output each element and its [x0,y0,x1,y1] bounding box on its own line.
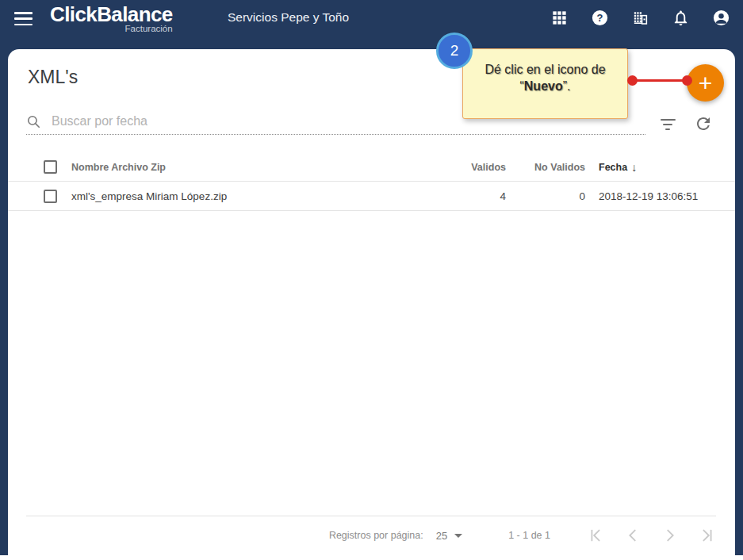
pagination-bar: Registros por página: 25 1 - 1 de 1 [329,520,716,551]
connector-dot-right [682,75,692,86]
column-header-validos[interactable]: Validos [435,162,506,173]
last-page-icon[interactable] [699,527,716,544]
plus-icon: + [699,71,713,95]
tooltip-text-line1: Dé clic en el icono de [484,63,605,76]
tutorial-step-badge: 2 [436,33,473,69]
column-header-nombre[interactable]: Nombre Archivo Zip [58,162,435,173]
caret-down-icon [454,534,462,538]
company-building-icon[interactable] [631,9,649,27]
help-icon[interactable]: ? [591,9,609,27]
pagination-nav [587,527,716,544]
row-no-validos-count: 0 [506,190,585,202]
select-all-checkbox[interactable] [44,160,57,174]
new-button[interactable]: + [687,64,724,102]
notifications-bell-icon[interactable] [672,9,690,27]
table-header-row: Nombre Archivo Zip Validos No Validos Fe… [8,153,735,182]
tooltip-bold-word: Nuevo [524,79,563,93]
per-page-label: Registros por página: [329,530,423,541]
connector-dot-left [627,75,638,86]
topbar-icon-group: ? [550,9,730,27]
app-logo: ClickBalance Facturación [50,4,173,33]
table-row[interactable]: xml's_empresa Miriam López.zip 4 0 2018-… [8,182,735,211]
row-validos-count: 4 [435,190,506,202]
first-page-icon[interactable] [587,527,604,544]
logo-title: ClickBalance [50,4,173,25]
content-card: XML's Nombre Archivo Zip Validos No Vali… [8,49,735,560]
menu-icon[interactable] [14,12,33,25]
sort-descending-icon: ↓ [631,161,637,174]
tutorial-connector-line [633,79,688,82]
row-checkbox[interactable] [44,190,57,203]
refresh-icon[interactable] [694,114,713,133]
top-bar: ClickBalance Facturación Servicios Pepe … [0,0,743,36]
column-header-fecha-label: Fecha [599,162,627,173]
tooltip-quote-close: ”. [563,79,571,93]
search-icon [26,114,41,129]
svg-text:?: ? [597,12,603,24]
per-page-select[interactable]: 25 [436,530,462,542]
footer-divider [26,516,716,516]
pagination-range: 1 - 1 de 1 [508,530,550,541]
apps-grid-icon[interactable] [550,9,569,27]
account-avatar-icon[interactable] [712,9,730,27]
column-header-fecha[interactable]: Fecha ↓ [585,161,718,174]
per-page-value: 25 [436,530,447,542]
page-title: XML's [28,67,78,88]
row-fecha: 2018-12-19 13:06:51 [585,190,718,202]
previous-page-icon[interactable] [624,527,642,544]
company-name: Servicios Pepe y Toño [228,10,349,25]
next-page-icon[interactable] [661,527,679,544]
filter-icon[interactable] [658,119,677,130]
row-file-name: xml's_empresa Miriam López.zip [58,190,435,202]
tutorial-tooltip: Dé clic en el icono de “Nuevo”. [462,48,628,119]
column-header-no-validos[interactable]: No Validos [506,162,585,173]
